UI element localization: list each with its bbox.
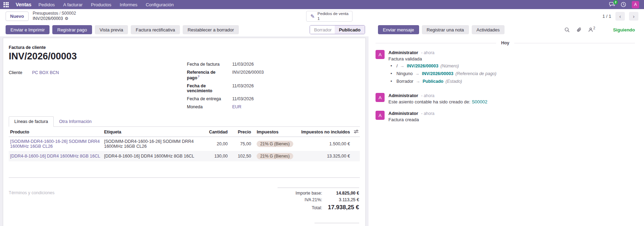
edit-pencil-icon: ✎ bbox=[310, 13, 315, 20]
line-label[interactable]: [SODIMM-DDR4-1600-16-26] SODIMM DRR4 160… bbox=[103, 137, 204, 151]
breadcrumb-separator: / bbox=[59, 11, 60, 16]
col-producto[interactable]: Producto bbox=[9, 127, 103, 137]
avatar[interactable]: A bbox=[376, 50, 385, 59]
message-time: - ahora bbox=[421, 93, 434, 98]
tracking-change: Borrador→Publicado(Estado) bbox=[391, 79, 497, 84]
messages-icon[interactable]: 2 bbox=[609, 2, 615, 7]
log-note-button[interactable]: Registrar una nota bbox=[422, 25, 469, 34]
followers-count: 2 bbox=[593, 26, 596, 30]
empty-line-row[interactable] bbox=[9, 161, 360, 169]
customer-label: Cliente bbox=[9, 70, 22, 75]
payment-reference-value[interactable]: INV/2026/00003 bbox=[232, 70, 264, 75]
line-quantity[interactable]: 130,00 bbox=[204, 151, 229, 161]
breadcrumb: Presupuestos/S00002 INV/2026/00003 ⚙ bbox=[33, 11, 76, 21]
document-type-label: Factura de cliente bbox=[9, 45, 360, 50]
menu-pedidos[interactable]: Pedidos bbox=[38, 2, 55, 7]
tracked-field-name: (Número) bbox=[440, 64, 459, 68]
avatar[interactable]: A bbox=[376, 111, 385, 120]
line-price[interactable]: 75,00 bbox=[229, 137, 252, 151]
send-print-button[interactable]: Enviar e Imprimir bbox=[6, 25, 50, 34]
pager-next-button[interactable]: › bbox=[629, 12, 638, 21]
new-value-link[interactable]: INV/2026/00003 bbox=[407, 64, 438, 68]
col-etiqueta[interactable]: Etiqueta bbox=[103, 127, 204, 137]
optional-columns-icon[interactable] bbox=[351, 127, 360, 137]
message-body: Factura creada bbox=[388, 117, 434, 122]
customer-value[interactable]: PC BOX BCN bbox=[32, 70, 59, 75]
following-toggle[interactable]: Siguiendo bbox=[613, 27, 635, 32]
customer-field: Cliente PC BOX BCN bbox=[9, 70, 360, 75]
apps-grid-icon[interactable] bbox=[3, 2, 9, 7]
menu-informes[interactable]: Informes bbox=[120, 2, 137, 7]
menu-a-facturar[interactable]: A facturar bbox=[63, 2, 83, 7]
send-message-button[interactable]: Enviar mensaje bbox=[378, 25, 419, 34]
empty-line-row[interactable] bbox=[9, 169, 360, 177]
breadcrumb-s00002[interactable]: S00002 bbox=[61, 11, 76, 16]
message-body: Este asiento contable ha sido creado de:… bbox=[388, 99, 487, 104]
form-view: Enviar e Imprimir Registrar pago Vista p… bbox=[0, 23, 369, 226]
message-author[interactable]: Administrator bbox=[388, 111, 418, 116]
tracking-changes-list: /→INV/2026/00003(Número) Ninguno→INV/202… bbox=[391, 64, 497, 84]
register-payment-button[interactable]: Registrar pago bbox=[52, 25, 92, 34]
currency-value[interactable]: EUR bbox=[232, 104, 264, 109]
message-time: - ahora bbox=[421, 111, 434, 116]
smart-button-label: Pedidos de venta bbox=[318, 12, 349, 16]
pager-previous-button[interactable]: ‹ bbox=[615, 12, 625, 21]
menu-productos[interactable]: Productos bbox=[91, 2, 112, 7]
source-order-link[interactable]: S00002 bbox=[472, 99, 487, 104]
menu-configuracion[interactable]: Configuración bbox=[146, 2, 174, 7]
col-precio[interactable]: Precio bbox=[229, 127, 252, 137]
delivery-date-value[interactable]: 11/03/2026 bbox=[232, 96, 264, 101]
total-label: Total: bbox=[312, 205, 322, 210]
sale-orders-smart-button[interactable]: ✎ Pedidos de venta 1 bbox=[306, 11, 353, 22]
new-button[interactable]: Nuevo bbox=[6, 12, 29, 21]
attachments-icon[interactable] bbox=[576, 27, 582, 32]
line-quantity[interactable]: 20,00 bbox=[204, 137, 229, 151]
line-subtotal: 13.325,00 € bbox=[299, 151, 351, 161]
tax-tag[interactable]: 21% G (Bienes) bbox=[257, 141, 293, 147]
terms-placeholder[interactable]: Términos y condiciones bbox=[9, 188, 54, 226]
tax-tag[interactable]: 21% G (Bienes) bbox=[257, 153, 293, 159]
gear-icon[interactable]: ⚙ bbox=[65, 16, 68, 21]
tracking-change: Ninguno→INV/2026/00003(Referencia de pag… bbox=[391, 71, 497, 76]
preview-button[interactable]: Vista previa bbox=[95, 25, 128, 34]
old-value: Ninguno bbox=[396, 71, 413, 76]
tab-invoice-lines[interactable]: Líneas de factura bbox=[9, 116, 54, 127]
reset-to-draft-button[interactable]: Restablecer a borrador bbox=[183, 25, 239, 34]
line-label[interactable]: [DDR4-8-1600-16] DDR4 1600MHz 8GB 16CL bbox=[103, 151, 204, 161]
col-cantidad[interactable]: Cantidad bbox=[204, 127, 229, 137]
followers-icon[interactable]: 2 bbox=[588, 27, 596, 32]
payment-reference-label: Referencia de pago? bbox=[187, 70, 228, 80]
search-messages-icon[interactable] bbox=[565, 27, 570, 32]
main-menu: Pedidos A facturar Productos Informes Co… bbox=[38, 2, 174, 7]
new-value-link[interactable]: INV/2026/00003 bbox=[422, 71, 453, 76]
credit-note-button[interactable]: Factura rectificativa bbox=[131, 25, 180, 34]
due-date-label: Fecha de vencimiento bbox=[187, 83, 228, 93]
message-author[interactable]: Administrator bbox=[388, 50, 418, 55]
activities-button[interactable]: Actividades bbox=[472, 25, 505, 34]
old-value: Borrador bbox=[396, 79, 414, 84]
user-avatar[interactable]: A bbox=[632, 1, 639, 8]
activities-clock-icon[interactable] bbox=[621, 2, 626, 7]
arrow-icon: → bbox=[415, 71, 419, 76]
new-value-link[interactable]: Publicado bbox=[423, 79, 444, 84]
line-product-link[interactable]: [DDR4-8-1600-16] DDR4 1600MHz 8GB 16CL bbox=[10, 154, 100, 159]
due-date-value[interactable]: 11/03/2026 bbox=[232, 83, 264, 88]
message-author[interactable]: Administrator bbox=[388, 93, 418, 98]
avatar[interactable]: A bbox=[376, 93, 385, 102]
invoice-date-value[interactable]: 11/03/2026 bbox=[232, 62, 264, 67]
col-subtotal[interactable]: Impuestos no incluidos bbox=[299, 127, 351, 137]
tracked-field-name: (Estado) bbox=[446, 79, 462, 84]
totals-block: Importe base: 14.825,00 € IVA 21%: 3.113… bbox=[278, 188, 359, 226]
invoice-line-row[interactable]: [DDR4-8-1600-16] DDR4 1600MHz 8GB 16CL [… bbox=[9, 151, 360, 161]
invoice-line-row[interactable]: [SODIMM-DDR4-1600-16-26] SODIMM DRR4 160… bbox=[9, 137, 360, 151]
tab-other-info[interactable]: Otra Información bbox=[54, 116, 97, 126]
col-impuestos[interactable]: Impuestos bbox=[252, 127, 299, 137]
line-product-link[interactable]: [SODIMM-DDR4-1600-16-26] SODIMM DRR4 160… bbox=[10, 139, 100, 149]
chatter-toolbar: Enviar mensaje Registrar una nota Activi… bbox=[369, 23, 644, 36]
line-price[interactable]: 102,50 bbox=[229, 151, 252, 161]
form-header: Enviar e Imprimir Registrar pago Vista p… bbox=[0, 23, 369, 36]
breadcrumb-presupuestos[interactable]: Presupuestos bbox=[33, 11, 58, 16]
status-borrador[interactable]: Borrador bbox=[310, 25, 336, 34]
message-body: Factura validada bbox=[388, 56, 497, 61]
app-name[interactable]: Ventas bbox=[16, 2, 31, 7]
